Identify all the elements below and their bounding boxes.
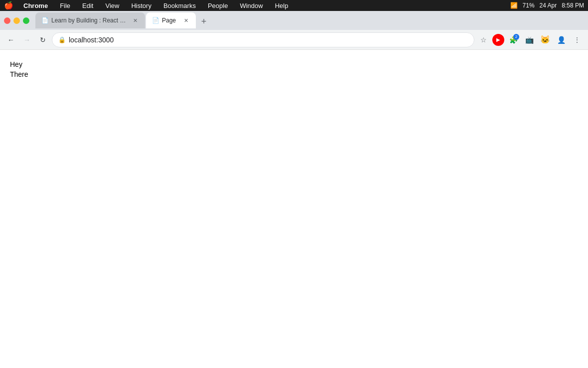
- menu-bar-right: 📶 71% 24 Apr 8:58 PM: [510, 2, 584, 9]
- wifi-icon: 📶: [510, 2, 518, 9]
- menu-bar: 🍎 Chrome File Edit View History Bookmark…: [0, 0, 588, 11]
- window-minimize-button[interactable]: [13, 17, 20, 24]
- tab1-close-button[interactable]: ✕: [131, 16, 139, 24]
- reload-button[interactable]: ↻: [36, 33, 50, 47]
- page-text-hey: Hey: [10, 60, 578, 70]
- menu-people[interactable]: People: [206, 2, 230, 9]
- tab1-title: Learn by Building : React Hoo…: [51, 17, 128, 24]
- apple-menu-icon[interactable]: 🍎: [4, 1, 13, 10]
- menu-window[interactable]: Window: [238, 2, 265, 9]
- tab-learn-by-building[interactable]: 📄 Learn by Building : React Hoo… ✕: [35, 12, 145, 28]
- menu-history[interactable]: History: [129, 2, 153, 9]
- date-display: 24 Apr: [540, 2, 557, 9]
- cast-button[interactable]: 📺: [522, 33, 536, 47]
- page-text-there: There: [10, 70, 578, 80]
- tab-page[interactable]: 📄 Page ✕: [146, 12, 196, 28]
- menu-file[interactable]: File: [58, 2, 72, 9]
- address-bar-right: ☆ ▶ 🧩 2 📺 🐱 👤 ⋮: [476, 33, 584, 47]
- tab2-close-button[interactable]: ✕: [182, 16, 190, 24]
- tab2-favicon: 📄: [152, 17, 159, 24]
- chrome-window: 📄 Learn by Building : React Hoo… ✕ 📄 Pag…: [0, 11, 588, 368]
- secure-icon: 🔒: [58, 36, 66, 43]
- tabs-container: 📄 Learn by Building : React Hoo… ✕ 📄 Pag…: [35, 12, 584, 28]
- extensions-button[interactable]: 🧩 2: [506, 33, 520, 47]
- window-close-button[interactable]: [4, 17, 10, 24]
- bookmark-button[interactable]: ☆: [476, 33, 490, 47]
- tab1-favicon: 📄: [41, 17, 48, 24]
- youtube-extension-button[interactable]: ▶: [492, 34, 504, 46]
- forward-button[interactable]: →: [20, 33, 34, 47]
- menu-chrome[interactable]: Chrome: [21, 2, 50, 9]
- new-tab-button[interactable]: +: [197, 14, 211, 28]
- battery-status: 71%: [523, 2, 535, 9]
- tab-bar: 📄 Learn by Building : React Hoo… ✕ 📄 Pag…: [0, 11, 588, 30]
- profile-button[interactable]: 👤: [554, 33, 568, 47]
- address-bar[interactable]: 🔒 localhost:3000: [52, 32, 474, 47]
- menu-help[interactable]: Help: [273, 2, 291, 9]
- chrome-menu-button[interactable]: ⋮: [570, 33, 584, 47]
- time-display: 8:58 PM: [562, 2, 584, 9]
- tab2-title: Page: [162, 17, 179, 24]
- address-bar-container: ← → ↻ 🔒 localhost:3000 ☆ ▶ 🧩 2 📺 🐱 👤 ⋮: [0, 30, 588, 50]
- back-button[interactable]: ←: [4, 33, 18, 47]
- menu-edit[interactable]: Edit: [80, 2, 95, 9]
- github-button[interactable]: 🐱: [538, 33, 552, 47]
- page-content: Hey There: [0, 50, 588, 368]
- menu-bookmarks[interactable]: Bookmarks: [161, 2, 198, 9]
- menu-view[interactable]: View: [103, 2, 121, 9]
- window-maximize-button[interactable]: [23, 17, 29, 24]
- window-controls: [4, 17, 29, 24]
- extensions-count-badge: 2: [513, 34, 519, 40]
- url-display: localhost:3000: [69, 36, 114, 44]
